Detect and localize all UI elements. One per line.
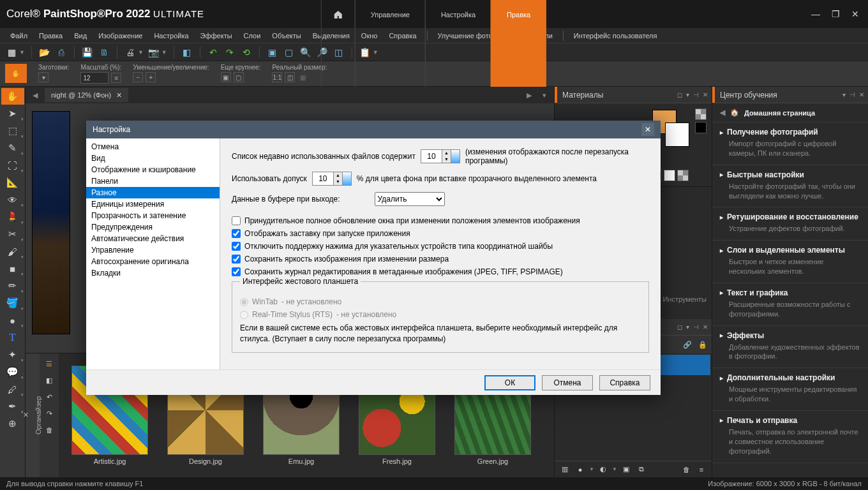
tolerance-input[interactable] [313,172,333,185]
move-tool[interactable]: ➤▾ [1,105,24,122]
zoom-in-mini-button[interactable]: + [146,72,156,82]
menu-objects[interactable]: Объекты [267,30,306,41]
minimize-button[interactable]: — [809,6,823,22]
fit-window-button[interactable]: ▢ [283,46,296,59]
spinner-down[interactable]: ▼ [442,156,451,163]
pref-category-9[interactable]: Управление [86,244,220,256]
tab-next-button[interactable]: ▶ [523,91,535,100]
dropdown-arrow-icon[interactable]: ▼ [161,49,167,56]
back-icon[interactable]: ◀ [720,108,725,117]
tolerance-spinner[interactable]: ▲▼ [312,172,352,186]
menu-image[interactable]: Изображение [93,30,147,41]
panel-menu-button[interactable]: ▾ [686,323,689,330]
document-tab[interactable]: night @ 12% (Фон) ✕ [45,88,128,102]
zoom-out-button[interactable]: 🔍 [299,46,312,59]
learn-section-3[interactable]: Слои и выделенные элементыБыстрое и четк… [712,241,868,283]
chk-preserve-brightness-input[interactable] [232,255,241,264]
maximize-button[interactable]: ❐ [829,6,842,22]
pref-category-10[interactable]: Автосохранение оригинала [86,256,220,267]
chk-save-history[interactable]: Сохранить журнал редактирования в метада… [232,267,649,276]
menu-adjust[interactable]: Настройка [149,30,193,41]
shapes-tool[interactable]: ■▾ [1,260,24,277]
chk-splash[interactable]: Отображать заставку при запуске приложен… [232,229,649,238]
learn-section-7[interactable]: Печать и отправкаПечать, отправка по эле… [712,411,868,463]
new-button[interactable]: ▦ [5,46,18,59]
pref-category-6[interactable]: Прозрачность и затенение [86,210,220,221]
panel-menu-button[interactable]: ▾ [842,91,846,98]
mini-white-swatch[interactable] [664,170,675,181]
clipboard-select[interactable]: Удалить [375,192,445,206]
delete-layer-button[interactable]: 🗑 [680,463,692,476]
presets-picker[interactable]: ▾ [38,72,49,82]
learn-section-1[interactable]: Быстрые настройкиНастройте фотографий та… [712,165,868,208]
organizer-rotate-left-button[interactable]: ↶ [43,390,56,403]
pref-category-1[interactable]: Вид [86,152,220,164]
materials-header[interactable]: Материалы ◻ ▾ ⊣ ✕ [555,87,712,103]
fill-tool[interactable]: 🪣▾ [1,295,24,311]
spinner-down[interactable]: ▼ [334,179,342,185]
save-as-button[interactable]: 🗎 [98,46,110,59]
selection-tool[interactable]: ⬚▾ [1,122,24,139]
tab-menu-button[interactable]: ▾ [539,91,550,100]
learn-section-heading[interactable]: Слои и выделенные элементы [720,246,860,255]
redo-button[interactable]: ↷ [223,46,236,59]
save-button[interactable]: 💾 [81,46,94,59]
zoom-stepper[interactable]: ≡ [111,73,121,83]
menu-layers[interactable]: Слои [239,30,266,41]
spinner-slider[interactable] [451,150,460,163]
actual-grid-button[interactable]: ▦ [297,72,308,82]
recent-files-input[interactable] [421,150,442,163]
chk-preserve-brightness[interactable]: Сохранить яркость изображения при измене… [232,255,649,264]
get-photos-button[interactable]: ⎙ [55,46,68,59]
background-swatch[interactable] [665,122,689,147]
help-button[interactable]: Справка [599,375,650,390]
dropper-tool[interactable]: ✎▾ [1,140,24,156]
panel-close-button[interactable]: ✕ [703,91,708,98]
learn-section-4[interactable]: Текст и графикаРасширенные возможности р… [712,283,868,326]
layer-lock-button[interactable]: 🔒 [696,338,709,351]
crop-tool[interactable]: ⛶▾ [1,157,24,174]
layer-link-button[interactable]: 🔗 [681,338,694,351]
redeye-tool[interactable]: 👁▾ [1,191,24,208]
fit-screen-button[interactable]: ▣ [266,46,279,59]
panel-undock-button[interactable]: ◻ [677,91,682,98]
panel-menu-button[interactable]: ▾ [686,91,689,98]
ok-button[interactable]: ОК [484,375,535,390]
chk-disable-pressure-input[interactable] [232,242,241,251]
learn-section-2[interactable]: Ретуширование и восстановлениеУстранение… [712,207,868,241]
new-adjustment-button[interactable]: ◐ [597,463,610,476]
organizer-side-tab[interactable]: ✕ Органайзер [26,353,40,477]
dropdown-arrow-icon[interactable]: ▼ [138,49,144,56]
mini-trans-swatch[interactable] [677,170,689,181]
picture-tube-tool[interactable]: 💬▾ [1,364,24,380]
spinner-up[interactable]: ▲ [334,172,342,179]
smudge-tool[interactable]: ●▾ [1,312,24,329]
history-button[interactable]: ⟲ [240,46,253,59]
fit-image-mini-button[interactable]: ▢ [234,72,244,82]
close-button[interactable]: ✕ [849,6,862,22]
learn-section-heading[interactable]: Текст и графика [720,288,860,297]
actual-1-button[interactable]: 1:1 [272,72,282,82]
paint-tool[interactable]: 🖌▾ [1,243,24,260]
makeover-tool[interactable]: 💄▾ [1,209,24,225]
close-tab-button[interactable]: ✕ [116,91,122,100]
pref-category-3[interactable]: Панели [86,175,220,187]
undo-button[interactable]: ↶ [207,46,220,59]
menu-view[interactable]: Вид [69,30,92,41]
new-group-button[interactable]: ▣ [620,463,632,476]
layer-effects-button[interactable]: ≡ [695,463,708,476]
panel-close-button[interactable]: ✕ [859,91,864,98]
pref-category-11[interactable]: Вкладки [86,267,220,279]
panel-pin-button[interactable]: ⊣ [849,91,855,98]
organizer-close-button[interactable]: ✕ [24,412,29,420]
new-raster-layer-button[interactable]: ▥ [558,463,571,476]
menu-edit[interactable]: Правка [34,30,68,41]
pen-tool[interactable]: ✒▾ [1,398,24,415]
resize-button[interactable]: ◧ [181,46,193,59]
home-icon[interactable]: 🏠 [730,108,739,117]
panel-pin-button[interactable]: ⊣ [693,91,699,98]
pref-category-7[interactable]: Предупреждения [86,221,220,233]
print-button[interactable]: 🖨 [124,46,137,59]
panel-undock-button[interactable]: ◻ [677,323,682,330]
learn-section-heading[interactable]: Быстрые настройки [720,170,860,179]
